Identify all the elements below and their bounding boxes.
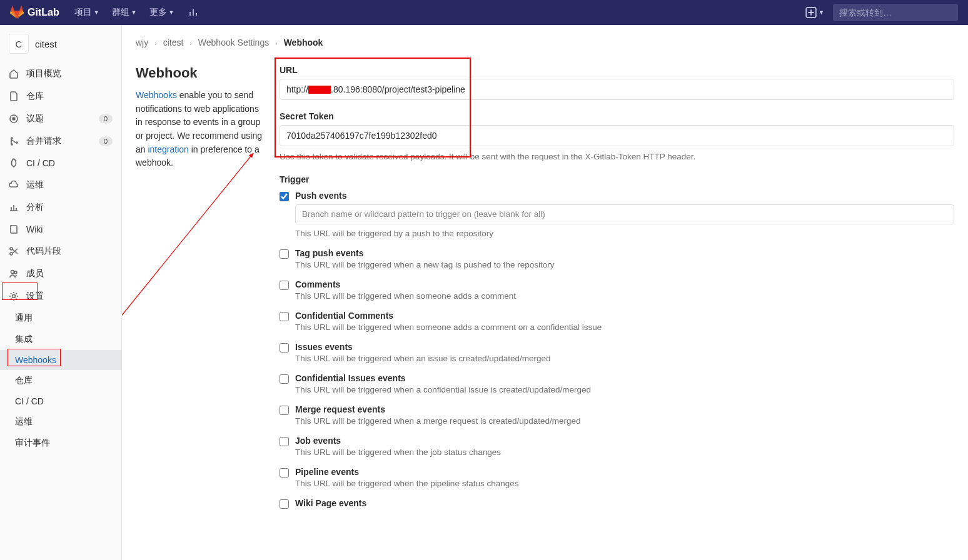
sidebar-item-rocket[interactable]: CI / CD (0, 152, 121, 174)
trigger-row: Tag push eventsThis URL will be triggere… (280, 248, 954, 269)
brand-text: GitLab (28, 7, 59, 18)
trigger-name: Pipeline events (295, 467, 954, 477)
sidebar-item-label: Wiki (26, 224, 43, 234)
trigger-name: Confidential Issues events (295, 373, 954, 383)
sidebar-item-home[interactable]: 项目概览 (0, 62, 121, 85)
trigger-desc: This URL will be triggered when a new ta… (295, 260, 954, 269)
trigger-checkbox[interactable] (280, 499, 289, 509)
trigger-name: Merge request events (295, 404, 954, 414)
content-area: wjy › citest › Webhook Settings › Webhoo… (122, 25, 968, 560)
trigger-checkbox[interactable] (280, 343, 289, 352)
sidebar-item-label: 设置 (26, 291, 44, 302)
crumb-citest[interactable]: citest (163, 38, 184, 48)
project-name: citest (35, 39, 57, 49)
chart-icon (9, 202, 19, 212)
svg-point-7 (13, 295, 16, 298)
chevron-down-icon: ▼ (94, 9, 99, 16)
sidebar-item-scissors[interactable]: 代码片段 (0, 240, 121, 262)
sidebar-item-issues[interactable]: 议题0 (0, 108, 121, 130)
token-help: Use this token to validate received payl… (280, 151, 954, 163)
redacted-ip (308, 86, 331, 94)
trigger-row: Merge request eventsThis URL will be tri… (280, 404, 954, 426)
url-input[interactable]: http://.80.196:8080/project/test3-pipeli… (280, 79, 954, 100)
activity-icon[interactable] (186, 5, 201, 20)
sub-item-webhooks[interactable]: Webhooks (0, 350, 121, 370)
svg-point-5 (11, 271, 14, 274)
nav-projects[interactable]: 项目▼ (74, 7, 99, 18)
trigger-checkbox[interactable] (280, 281, 289, 290)
webhooks-link[interactable]: Webhooks (136, 90, 177, 100)
nav-groups[interactable]: 群组▼ (112, 7, 137, 18)
trigger-desc: This URL will be triggered when someone … (295, 322, 954, 332)
search-input[interactable] (833, 4, 958, 21)
trigger-name: Tag push events (295, 248, 954, 258)
trigger-row: Wiki Page events (280, 498, 954, 509)
sub-item--[interactable]: 运维 (0, 411, 121, 432)
chevron-down-icon: ▼ (131, 9, 137, 16)
trigger-checkbox[interactable] (280, 312, 289, 321)
page-description: Webhooks enable you to send notification… (136, 89, 267, 170)
sidebar-item-merge[interactable]: 合并请求0 (0, 130, 121, 152)
doc-icon (9, 91, 19, 101)
sidebar: C citest 项目概览仓库议题0合并请求0CI / CD运维分析Wiki代码… (0, 25, 122, 560)
page-title: Webhook (136, 65, 267, 81)
sub-item--[interactable]: 审计事件 (0, 432, 121, 454)
trigger-name: Push events (295, 191, 954, 201)
tanuki-icon (10, 6, 24, 19)
trigger-checkbox[interactable] (280, 374, 289, 384)
plus-square-icon (805, 7, 817, 18)
form-panel: URL http://.80.196:8080/project/test3-pi… (280, 65, 954, 519)
sub-item--[interactable]: 集成 (0, 329, 121, 350)
svg-point-4 (10, 252, 13, 255)
integration-link[interactable]: integration (148, 144, 188, 154)
trigger-name: Issues events (295, 342, 954, 352)
breadcrumb: wjy › citest › Webhook Settings › Webhoo… (136, 38, 954, 48)
trigger-name: Wiki Page events (295, 498, 954, 508)
chevron-down-icon: ▼ (169, 9, 174, 16)
home-icon (9, 69, 19, 79)
sidebar-item-gear[interactable]: 设置 (0, 285, 121, 308)
url-label: URL (280, 65, 954, 75)
trigger-row: Job eventsThis URL will be triggered whe… (280, 436, 954, 457)
sidebar-item-doc[interactable]: 仓库 (0, 85, 121, 108)
branch-pattern-input[interactable] (295, 204, 954, 224)
sidebar-item-chart[interactable]: 分析 (0, 196, 121, 219)
members-icon (9, 269, 19, 279)
issues-icon (9, 114, 19, 124)
sidebar-item-label: 代码片段 (26, 246, 61, 257)
nav-more[interactable]: 更多▼ (149, 7, 174, 18)
book-icon (9, 224, 19, 234)
trigger-desc: This URL will be triggered when a confid… (295, 385, 954, 394)
project-header[interactable]: C citest (0, 25, 121, 62)
sidebar-item-members[interactable]: 成员 (0, 262, 121, 285)
crumb-settings[interactable]: Webhook Settings (198, 38, 269, 48)
chevron-down-icon: ▼ (819, 9, 824, 16)
sub-item--[interactable]: 仓库 (0, 370, 121, 391)
sub-item-ci-cd[interactable]: CI / CD (0, 391, 121, 411)
trigger-desc: This URL will be triggered by a push to … (295, 229, 954, 238)
crumb-current: Webhook (284, 38, 323, 48)
token-input[interactable] (280, 125, 954, 146)
trigger-checkbox[interactable] (280, 249, 289, 259)
trigger-row: Confidential CommentsThis URL will be tr… (280, 311, 954, 332)
trigger-desc: This URL will be triggered when a merge … (295, 416, 954, 426)
crumb-wjy[interactable]: wjy (136, 38, 148, 48)
trigger-checkbox[interactable] (280, 192, 289, 201)
new-menu[interactable]: ▼ (805, 7, 824, 18)
top-navbar: GitLab 项目▼ 群组▼ 更多▼ ▼ (0, 0, 968, 25)
gitlab-logo[interactable]: GitLab (10, 6, 59, 19)
sub-item--[interactable]: 通用 (0, 308, 121, 329)
trigger-desc: This URL will be triggered when an issue… (295, 354, 954, 363)
sidebar-item-cloud[interactable]: 运维 (0, 174, 121, 196)
sidebar-item-book[interactable]: Wiki (0, 219, 121, 240)
sidebar-item-label: 合并请求 (26, 136, 61, 147)
trigger-name: Job events (295, 436, 954, 446)
sidebar-item-label: 成员 (26, 268, 44, 279)
trigger-checkbox[interactable] (280, 437, 289, 446)
scissors-icon (9, 246, 19, 256)
trigger-label: Trigger (280, 174, 954, 184)
project-avatar: C (9, 34, 29, 54)
trigger-checkbox[interactable] (280, 468, 289, 478)
svg-point-2 (13, 118, 15, 120)
trigger-checkbox[interactable] (280, 406, 289, 415)
